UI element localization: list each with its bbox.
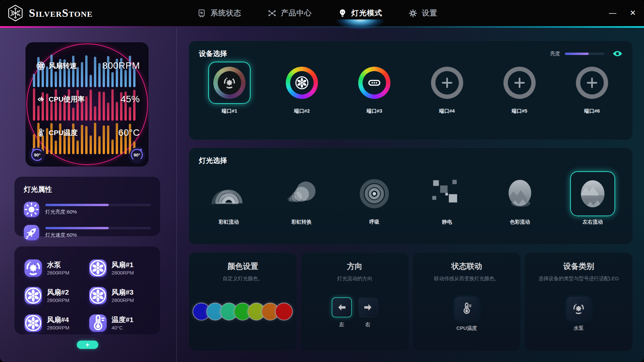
sensor-card-title: 状态联动 [451,261,482,272]
device-name: 风扇#1 [112,261,134,268]
light-slider-label: 灯光速度:60% [45,232,151,238]
bottom-cards: 颜色设置 自定义灯光颜色。 方向 灯光流动的方向 左 右 状态联动 联动传感从而… [189,252,633,351]
port-label: 端口#1 [222,108,237,114]
port-item[interactable]: 端口#6 [571,62,613,114]
device-value: 2800RPM [47,325,69,330]
port-ring [286,67,318,99]
device-list-item[interactable]: 水泵 2800RPM [24,258,86,279]
snowflake-hex-icon [7,4,24,22]
port-ring [503,67,536,99]
device-name: 风扇#2 [47,288,69,296]
port-item[interactable]: 端口#1 [208,62,251,114]
cpu-temp-option-button[interactable] [454,297,479,321]
port-label: 端口#3 [367,108,382,114]
port-item[interactable]: 端口#4 [426,62,468,114]
direction-option-label: 左 [339,321,344,328]
fan-icon [89,259,107,277]
pump-icon [572,302,585,315]
rainbow-flow-icon [211,176,246,211]
port-label: 端口#5 [512,108,527,114]
light-slider-fill [45,204,109,206]
gauge-metric-row: CPU使用率 45% [33,87,141,121]
eye-icon[interactable] [612,50,623,57]
light-mode-item[interactable]: 左右流动 [570,171,615,225]
titlebar: SilverStone 系统状态 产品中心 灯光模式 设置 — ✕ [0,0,644,26]
light-slider-row: 灯光速度:60% [24,225,151,240]
nav-item[interactable]: 产品中心 [268,0,312,26]
port-ring [213,67,246,99]
light-mode-label: 静电 [442,219,452,225]
light-slider[interactable] [45,227,151,229]
color-dot[interactable] [275,303,293,320]
device-list-item[interactable]: 温度#1 40°C [89,313,151,334]
light-select-header: 灯光选择 [189,148,633,165]
breathing-icon [357,176,392,211]
brightness-sun-icon [24,202,39,217]
device-value: 40°C [112,325,133,330]
pump-option-button[interactable] [567,297,591,321]
light-mode-label: 呼吸 [369,219,379,225]
nav-item[interactable]: 灯光模式 [338,0,382,26]
nav-item[interactable]: 设置 [409,0,437,26]
add-device-button[interactable]: + [77,341,98,349]
device-select-header: 设备选择 亮度 [189,41,633,58]
metric-name: CPU温度 [49,128,77,137]
light-mode-label: 彩虹转换 [291,219,312,225]
direction-option[interactable]: 右 [358,297,378,328]
light-select-title: 灯光选择 [199,156,227,165]
rotate-right-button[interactable]: 90° [129,147,144,162]
plus-icon [513,76,527,90]
device-list-item[interactable]: 风扇#1 2800RPM [89,258,151,279]
static-icon [430,176,465,211]
light-mode-item[interactable]: 静电 [425,171,470,225]
light-sliders: 灯光亮度:60% 灯光速度:60% [24,202,151,240]
port-item[interactable]: 端口#3 [353,62,395,114]
brightness-slider[interactable] [565,53,604,55]
port-label: 端口#6 [584,108,600,114]
light-mode-label: 色彩流动 [510,219,530,225]
brand: SilverStone [7,4,93,22]
device-name: 温度#1 [112,316,133,323]
color-dot-row [193,303,293,320]
direction-options: 左 右 [332,297,378,328]
brightness-control: 亮度 [550,50,623,57]
direction-card: 方向 灯光流动的方向 左 右 [301,252,409,351]
color-card-title: 颜色设置 [227,261,258,272]
rotate-right-label: 90° [129,147,144,162]
light-mode-box [425,171,470,216]
app-window: SilverStone 系统状态 产品中心 灯光模式 设置 — ✕ 风扇转速 [0,0,644,362]
device-type-subtitle: 选择设备的类型与型号进行适配LED [539,276,619,282]
sidebar: 风扇转速 800RPM CPU使用率 45% CPU温度 60°C 90° 90… [0,28,177,362]
pump-icon [222,76,236,90]
device-list-item[interactable]: 风扇#2 2800RPM [24,285,86,306]
nav-item[interactable]: 系统状态 [197,0,241,26]
lr-flow-icon [575,176,610,211]
close-button[interactable]: ✕ [630,9,636,17]
direction-option[interactable]: 左 [332,297,352,328]
device-list-item[interactable]: 风扇#4 2800RPM [24,313,86,334]
arrow-left-icon [337,302,347,312]
minimize-button[interactable]: — [609,9,616,17]
metric-label-row: CPU使用率 45% [36,94,140,105]
light-select-panel: 灯光选择 彩虹流动 彩虹转换 呼吸 静电 色彩流动 左右流动 [189,148,633,244]
light-mode-item[interactable]: 彩虹流动 [206,171,251,225]
light-mode-item[interactable]: 呼吸 [352,171,397,225]
cpu-usage-icon [36,95,45,104]
light-slider[interactable] [45,204,151,206]
port-item[interactable]: 端口#2 [281,62,323,114]
light-mode-item[interactable]: 彩虹转换 [279,171,324,225]
thermometer-icon [89,314,107,332]
device-list-item[interactable]: 风扇#3 2800RPM [89,285,151,306]
rotate-left-label: 90° [30,147,45,162]
rotate-left-button[interactable]: 90° [30,147,45,162]
plus-icon [585,76,599,90]
light-mode-item[interactable]: 色彩流动 [497,171,542,225]
thermometer-icon [36,128,45,137]
fan-icon [24,314,42,332]
port-item[interactable]: 端口#5 [498,62,541,114]
arrow-right-icon [363,302,373,312]
metric-name: 风扇转速 [49,61,77,70]
light-properties-panel: 灯光属性 灯光亮度:60% 灯光速度:60% [14,177,160,236]
brightness-slider-fill [565,53,589,55]
rainbow-shift-icon [284,176,319,211]
